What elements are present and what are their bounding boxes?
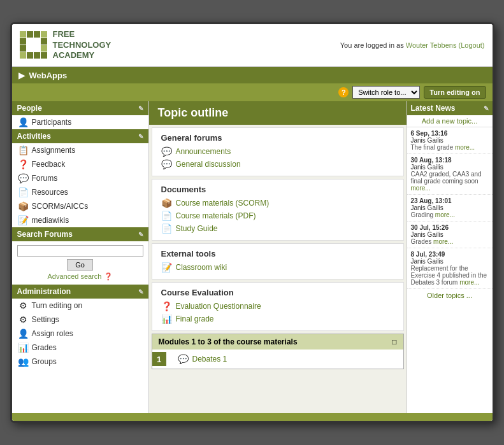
svg-rect-1	[27, 31, 33, 38]
switch-role-select[interactable]: Switch role to...	[352, 86, 420, 99]
activities-edit-icon[interactable]: ✎	[138, 133, 143, 140]
sidebar-item-grades[interactable]: 📊 Grades	[12, 341, 148, 355]
sidebar-item-feedback[interactable]: ❓ Feedback	[12, 157, 148, 171]
admin-edit-icon[interactable]: ✎	[138, 288, 143, 295]
svg-rect-10	[34, 45, 40, 52]
sidebar-item-settings[interactable]: ⚙ Settings	[12, 313, 148, 327]
nav-home-icon: ▶	[18, 70, 25, 80]
mediawikis-label: mediawikis	[32, 216, 69, 225]
news-more-3[interactable]: more...	[435, 211, 455, 218]
pdf-icon: 📄	[161, 211, 172, 221]
help-icon[interactable]: ?	[338, 87, 349, 97]
news-text-1: The final grade more...	[411, 144, 489, 151]
activities-block: Activities ✎ 📋 Assignments ❓ Feedback 💬 …	[12, 129, 148, 227]
sidebar-item-mediawikis[interactable]: 📝 mediawikis	[12, 213, 148, 227]
news-more-2[interactable]: more...	[411, 185, 431, 192]
topic-final-grade[interactable]: 📊 Final grade	[161, 313, 394, 325]
sidebar-item-assignments[interactable]: 📋 Assignments	[12, 143, 148, 157]
scorms-icon: 📦	[18, 201, 29, 211]
news-author-4: Janis Gailis	[411, 231, 489, 238]
general-forums-section: General forums 💬 Announcements 💬 General…	[152, 127, 404, 176]
module-item-debates[interactable]: 💬 Debates 1	[171, 352, 234, 366]
topic-general-discussion[interactable]: 💬 General discussion	[161, 158, 394, 171]
topic-study-guide[interactable]: 📄 Study Guide	[161, 222, 394, 235]
people-edit-icon[interactable]: ✎	[138, 105, 143, 112]
nav-bar: ▶ WebApps	[12, 67, 493, 83]
pdf-link: Course materials (PDF)	[176, 211, 256, 220]
username-link[interactable]: Wouter Tebbens	[406, 41, 457, 49]
svg-rect-4	[20, 38, 26, 45]
assign-roles-label: Assign roles	[32, 329, 73, 338]
topic-classroom-wiki[interactable]: 📝 Classroom wiki	[161, 261, 394, 274]
general-discussion-icon: 💬	[161, 159, 172, 169]
sidebar-item-assign-roles[interactable]: 👤 Assign roles	[12, 327, 148, 341]
search-edit-icon[interactable]: ✎	[138, 231, 143, 238]
logout-link[interactable]: (Logout)	[459, 41, 485, 49]
settings-icon: ⚙	[18, 314, 29, 325]
turn-editing-button[interactable]: Turn editing on	[424, 86, 486, 99]
assignments-icon: 📋	[18, 145, 29, 155]
sidebar-item-forums[interactable]: 💬 Forums	[12, 171, 148, 185]
administration-block: Administration ✎ ⚙ Turn editing on ⚙ Set…	[12, 285, 148, 369]
topic-evaluation-questionnaire[interactable]: ❓ Evaluation Questionnaire	[161, 300, 394, 313]
scorm-icon: 📦	[161, 198, 172, 208]
news-edit-icon[interactable]: ✎	[484, 105, 489, 112]
forums-label: Forums	[32, 174, 58, 183]
sidebar-item-scorms[interactable]: 📦 SCORMs/AICCs	[12, 199, 148, 213]
news-author-3: Janis Gailis	[411, 204, 489, 211]
news-more-1[interactable]: more...	[455, 144, 475, 151]
advanced-search-icon: ❓	[104, 272, 113, 280]
news-header: Latest News ✎	[407, 101, 493, 115]
sidebar-item-turn-editing[interactable]: ⚙ Turn editing on	[12, 299, 148, 313]
resources-icon: 📄	[18, 187, 29, 197]
news-more-5[interactable]: more...	[459, 279, 479, 286]
final-grade-icon: 📊	[161, 314, 172, 324]
activities-header-label: Activities	[17, 132, 51, 141]
go-button[interactable]: Go	[67, 259, 93, 271]
topic-pdf[interactable]: 📄 Course materials (PDF)	[161, 209, 394, 222]
announcements-icon: 💬	[161, 146, 172, 157]
advanced-search-link[interactable]: Advanced search ❓	[17, 272, 143, 281]
general-discussion-link: General discussion	[176, 160, 241, 169]
sidebar-item-groups[interactable]: 👥 Groups	[12, 355, 148, 369]
module-box-header: Modules 1 to 3 of the course materials □	[152, 334, 403, 350]
news-date-1: 6 Sep, 13:16	[411, 130, 489, 137]
grades-icon: 📊	[18, 343, 29, 353]
documents-title: Documents	[161, 185, 394, 194]
groups-icon: 👥	[18, 357, 29, 367]
browser-window: Free Technology Academy You are logged i…	[10, 22, 494, 423]
final-grade-link: Final grade	[176, 314, 214, 323]
news-author-2: Janis Gailis	[411, 164, 489, 171]
search-forums-block: Search Forums ✎ Go Advanced search ❓	[12, 227, 148, 285]
news-text-4: Grades more...	[411, 238, 489, 245]
nav-webapps-label[interactable]: WebApps	[29, 71, 68, 80]
scorms-label: SCORMs/AICCs	[32, 202, 89, 211]
external-tools-title: External tools	[161, 249, 394, 258]
topic-announcements[interactable]: 💬 Announcements	[161, 145, 394, 158]
news-item-1: 6 Sep, 13:16 Janis Gailis The final grad…	[407, 127, 493, 154]
sidebar-item-resources[interactable]: 📄 Resources	[12, 185, 148, 199]
module-collapse-icon[interactable]: □	[392, 337, 396, 346]
search-input[interactable]	[17, 245, 143, 257]
people-block: People ✎ 👤 Participants	[12, 101, 148, 129]
groups-label: Groups	[32, 357, 57, 366]
general-forums-title: General forums	[161, 133, 394, 143]
search-forums-label: Search Forums	[17, 230, 73, 239]
sidebar-item-participants[interactable]: 👤 Participants	[12, 115, 148, 129]
svg-rect-3	[41, 31, 47, 38]
scorm-link: Course materials (SCORM)	[176, 199, 270, 208]
debates-icon: 💬	[178, 354, 189, 364]
add-topic-link[interactable]: Add a new topic...	[407, 115, 493, 127]
administration-label: Administration	[17, 287, 71, 296]
news-item-5: 8 Jul, 23:49 Janis Gailis Replacement fo…	[407, 248, 493, 289]
svg-rect-7	[41, 38, 47, 45]
older-topics-link[interactable]: Older topics ...	[407, 289, 493, 302]
topic-scorm[interactable]: 📦 Course materials (SCORM)	[161, 197, 394, 209]
logo-text: Free Technology Academy	[53, 29, 112, 62]
news-date-3: 23 Aug, 13:01	[411, 197, 489, 204]
news-author-5: Janis Gailis	[411, 258, 489, 265]
news-more-4[interactable]: more...	[433, 238, 453, 245]
announcements-link: Announcements	[176, 147, 231, 156]
assignments-label: Assignments	[32, 146, 76, 155]
svg-rect-6	[34, 38, 40, 45]
